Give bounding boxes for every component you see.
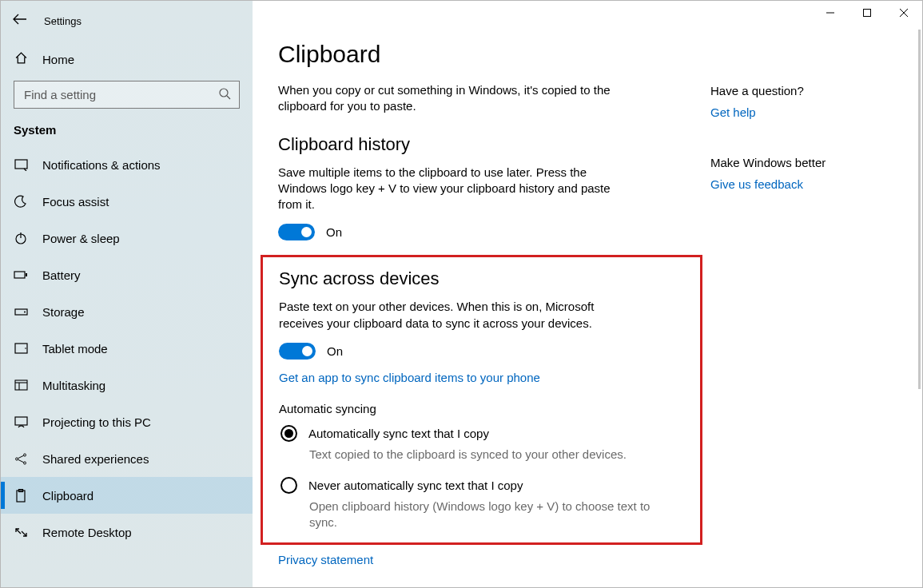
radio-auto-sync-desc: Text copied to the clipboard is synced t… <box>309 447 653 463</box>
projecting-icon <box>14 416 28 428</box>
auto-syncing-label: Automatic syncing <box>279 402 684 415</box>
search-input[interactable] <box>14 81 240 109</box>
clipboard-icon <box>14 489 28 503</box>
sidebar-item-label: Power & sleep <box>42 232 120 245</box>
svg-point-21 <box>23 462 26 464</box>
sidebar-item-clipboard[interactable]: Clipboard <box>1 477 253 514</box>
sidebar-item-label: Remote Desktop <box>42 526 132 539</box>
radio-auto-sync-label: Automatically sync text that I copy <box>308 427 489 440</box>
svg-point-12 <box>24 312 26 313</box>
get-help-link[interactable]: Get help <box>710 105 906 119</box>
svg-line-23 <box>18 459 23 463</box>
privacy-link[interactable]: Privacy statement <box>278 553 685 566</box>
sidebar: Settings Home System Notifications & act… <box>1 1 253 587</box>
svg-rect-18 <box>15 417 27 425</box>
aside-feedback-title: Make Windows better <box>710 156 906 169</box>
sync-section-highlight: Sync across devices Paste text on your o… <box>261 255 702 544</box>
storage-icon <box>14 307 28 316</box>
radio-never-sync-button[interactable] <box>280 477 297 494</box>
scrollbar[interactable] <box>918 30 921 389</box>
sidebar-item-label: Focus assist <box>42 195 109 209</box>
nav-list: Notifications & actions Focus assist Pow… <box>1 146 253 550</box>
svg-rect-10 <box>26 273 27 276</box>
svg-point-14 <box>25 348 26 349</box>
sidebar-item-label: Storage <box>42 305 85 319</box>
svg-point-19 <box>15 458 18 460</box>
tablet-icon <box>14 343 28 354</box>
sidebar-item-label: Shared experiences <box>42 452 149 466</box>
svg-rect-9 <box>14 272 25 278</box>
sidebar-item-notifications[interactable]: Notifications & actions <box>1 146 253 183</box>
radio-never-sync-desc: Open clipboard history (Windows logo key… <box>309 499 653 531</box>
history-body: Save multiple items to the clipboard to … <box>278 165 622 213</box>
main-panel: Clipboard When you copy or cut something… <box>253 1 922 587</box>
sidebar-item-remote-desktop[interactable]: Remote Desktop <box>1 514 253 550</box>
svg-rect-15 <box>15 380 27 390</box>
sync-toggle[interactable] <box>279 343 316 360</box>
sidebar-item-label: Projecting to this PC <box>42 415 151 429</box>
home-nav[interactable]: Home <box>1 45 253 74</box>
svg-rect-6 <box>15 160 27 169</box>
history-toggle-state: On <box>326 225 342 239</box>
sidebar-item-tablet-mode[interactable]: Tablet mode <box>1 330 253 367</box>
svg-line-5 <box>227 96 230 99</box>
history-heading: Clipboard history <box>278 134 685 155</box>
give-feedback-link[interactable]: Give us feedback <box>710 177 906 191</box>
multitasking-icon <box>14 379 28 391</box>
home-icon <box>14 51 28 68</box>
svg-point-4 <box>220 89 228 97</box>
remote-desktop-icon <box>14 526 28 538</box>
sidebar-item-label: Tablet mode <box>42 342 108 356</box>
sync-heading: Sync across devices <box>279 268 684 289</box>
sidebar-item-label: Battery <box>42 268 81 282</box>
category-heading: System <box>1 117 253 146</box>
radio-auto-sync-button[interactable] <box>280 425 297 442</box>
sidebar-item-storage[interactable]: Storage <box>1 293 253 330</box>
sidebar-item-power-sleep[interactable]: Power & sleep <box>1 220 253 256</box>
radio-never-sync: Never automatically sync text that I cop… <box>279 477 684 531</box>
sync-toggle-state: On <box>327 344 343 358</box>
sync-body: Paste text on your other devices. When t… <box>279 299 623 332</box>
back-button[interactable] <box>12 14 28 28</box>
shared-icon <box>14 452 28 466</box>
sidebar-item-label: Multitasking <box>42 379 105 392</box>
home-label: Home <box>42 53 74 66</box>
page-intro: When you copy or cut something in Window… <box>278 82 622 115</box>
radio-never-sync-label: Never automatically sync text that I cop… <box>308 479 523 492</box>
content: Clipboard When you copy or cut something… <box>253 1 710 587</box>
sidebar-item-projecting[interactable]: Projecting to this PC <box>1 403 253 440</box>
app-title: Settings <box>44 15 82 27</box>
sidebar-item-multitasking[interactable]: Multitasking <box>1 367 253 403</box>
svg-line-26 <box>16 529 21 534</box>
search-field[interactable] <box>22 87 209 102</box>
sidebar-item-label: Notifications & actions <box>42 158 161 172</box>
aside-question-title: Have a question? <box>710 84 906 97</box>
sidebar-item-battery[interactable]: Battery <box>1 256 253 293</box>
radio-auto-sync: Automatically sync text that I copy Text… <box>279 425 684 463</box>
history-toggle[interactable] <box>278 224 315 240</box>
sidebar-item-label: Clipboard <box>42 489 93 503</box>
power-icon <box>14 232 28 244</box>
svg-line-27 <box>22 531 26 536</box>
page-title: Clipboard <box>278 41 685 68</box>
moon-icon <box>14 195 28 208</box>
search-icon <box>218 87 231 103</box>
sidebar-item-focus-assist[interactable]: Focus assist <box>1 183 253 220</box>
svg-line-22 <box>18 455 23 459</box>
notifications-icon <box>14 159 28 171</box>
svg-point-20 <box>23 454 26 456</box>
aside: Have a question? Get help Make Windows b… <box>710 1 922 587</box>
get-app-link[interactable]: Get an app to sync clipboard items to yo… <box>279 371 684 384</box>
sidebar-item-shared-experiences[interactable]: Shared experiences <box>1 440 253 477</box>
battery-icon <box>14 270 28 280</box>
